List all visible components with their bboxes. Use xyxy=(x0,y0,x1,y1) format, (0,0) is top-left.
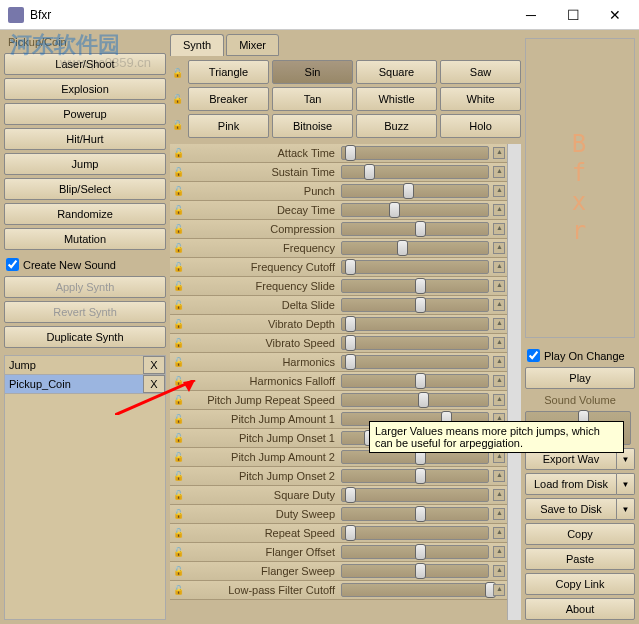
param-reset-button[interactable] xyxy=(493,508,505,520)
wave-pink[interactable]: Pink xyxy=(188,114,269,138)
param-lock-icon[interactable]: 🔓 xyxy=(170,297,186,313)
paste-button[interactable]: Paste xyxy=(525,548,635,570)
param-reset-button[interactable] xyxy=(493,565,505,577)
param-lock-icon[interactable]: 🔓 xyxy=(170,449,186,465)
preset-powerup[interactable]: Powerup xyxy=(4,103,166,125)
param-slider[interactable] xyxy=(341,222,489,236)
wave-lock-icon[interactable]: 🔓 xyxy=(172,94,183,104)
param-lock-icon[interactable]: 🔓 xyxy=(170,202,186,218)
param-lock-icon[interactable]: 🔓 xyxy=(170,544,186,560)
param-slider[interactable] xyxy=(341,203,489,217)
load-dropdown[interactable]: ▼ xyxy=(617,473,635,495)
param-slider[interactable] xyxy=(341,488,489,502)
param-lock-icon[interactable]: 🔓 xyxy=(170,316,186,332)
param-reset-button[interactable] xyxy=(493,584,505,596)
param-lock-icon[interactable]: 🔓 xyxy=(170,487,186,503)
param-reset-button[interactable] xyxy=(493,299,505,311)
close-button[interactable]: ✕ xyxy=(603,3,627,27)
tab-mixer[interactable]: Mixer xyxy=(226,34,279,56)
param-lock-icon[interactable]: 🔓 xyxy=(170,259,186,275)
param-slider[interactable] xyxy=(341,184,489,198)
param-lock-icon[interactable]: 🔓 xyxy=(170,392,186,408)
wave-whistle[interactable]: Whistle xyxy=(356,87,437,111)
save-button[interactable]: Save to Disk xyxy=(525,498,617,520)
play-button[interactable]: Play xyxy=(525,367,635,389)
param-reset-button[interactable] xyxy=(493,356,505,368)
param-slider[interactable] xyxy=(341,260,489,274)
apply-synth-button[interactable]: Apply Synth xyxy=(4,276,166,298)
wave-lock-icon[interactable]: 🔓 xyxy=(172,120,183,130)
param-lock-icon[interactable]: 🔓 xyxy=(170,354,186,370)
revert-synth-button[interactable]: Revert Synth xyxy=(4,301,166,323)
param-reset-button[interactable] xyxy=(493,223,505,235)
tab-synth[interactable]: Synth xyxy=(170,34,224,56)
wave-bitnoise[interactable]: Bitnoise xyxy=(272,114,353,138)
param-reset-button[interactable] xyxy=(493,375,505,387)
create-new-sound-checkbox[interactable] xyxy=(6,258,19,271)
param-lock-icon[interactable]: 🔓 xyxy=(170,278,186,294)
preset-mutation[interactable]: Mutation xyxy=(4,228,166,250)
param-slider[interactable] xyxy=(341,241,489,255)
param-slider[interactable] xyxy=(341,583,489,597)
wave-white[interactable]: White xyxy=(440,87,521,111)
wave-buzz[interactable]: Buzz xyxy=(356,114,437,138)
param-slider[interactable] xyxy=(341,545,489,559)
param-reset-button[interactable] xyxy=(493,166,505,178)
param-lock-icon[interactable]: 🔓 xyxy=(170,430,186,446)
param-lock-icon[interactable]: 🔓 xyxy=(170,221,186,237)
param-lock-icon[interactable]: 🔓 xyxy=(170,506,186,522)
save-dropdown[interactable]: ▼ xyxy=(617,498,635,520)
preset-jump[interactable]: Jump xyxy=(4,153,166,175)
preset-laser-shoot[interactable]: Laser/Shoot xyxy=(4,53,166,75)
param-reset-button[interactable] xyxy=(493,185,505,197)
param-lock-icon[interactable]: 🔓 xyxy=(170,335,186,351)
param-reset-button[interactable] xyxy=(493,242,505,254)
param-lock-icon[interactable]: 🔓 xyxy=(170,164,186,180)
param-slider[interactable] xyxy=(341,393,489,407)
duplicate-synth-button[interactable]: Duplicate Synth xyxy=(4,326,166,348)
param-reset-button[interactable] xyxy=(493,394,505,406)
param-slider[interactable] xyxy=(341,355,489,369)
param-reset-button[interactable] xyxy=(493,147,505,159)
preset-explosion[interactable]: Explosion xyxy=(4,78,166,100)
param-slider[interactable] xyxy=(341,564,489,578)
param-lock-icon[interactable]: 🔓 xyxy=(170,373,186,389)
wave-square[interactable]: Square xyxy=(356,60,437,84)
preset-blip-select[interactable]: Blip/Select xyxy=(4,178,166,200)
param-lock-icon[interactable]: 🔓 xyxy=(170,145,186,161)
param-reset-button[interactable] xyxy=(493,470,505,482)
param-lock-icon[interactable]: 🔓 xyxy=(170,240,186,256)
param-slider[interactable] xyxy=(341,469,489,483)
play-on-change-checkbox[interactable] xyxy=(527,349,540,362)
param-slider[interactable] xyxy=(341,298,489,312)
param-reset-button[interactable] xyxy=(493,261,505,273)
wave-breaker[interactable]: Breaker xyxy=(188,87,269,111)
wave-saw[interactable]: Saw xyxy=(440,60,521,84)
param-slider[interactable] xyxy=(341,279,489,293)
param-slider[interactable] xyxy=(341,374,489,388)
about-button[interactable]: About xyxy=(525,598,635,620)
params-scrollbar[interactable] xyxy=(507,144,521,620)
wave-lock-icon[interactable]: 🔓 xyxy=(172,68,183,78)
param-slider[interactable] xyxy=(341,526,489,540)
param-reset-button[interactable] xyxy=(493,489,505,501)
param-slider[interactable] xyxy=(341,507,489,521)
wave-sin[interactable]: Sin xyxy=(272,60,353,84)
param-reset-button[interactable] xyxy=(493,204,505,216)
param-lock-icon[interactable]: 🔓 xyxy=(170,525,186,541)
param-lock-icon[interactable]: 🔓 xyxy=(170,563,186,579)
copy-link-button[interactable]: Copy Link xyxy=(525,573,635,595)
param-lock-icon[interactable]: 🔓 xyxy=(170,582,186,598)
param-reset-button[interactable] xyxy=(493,546,505,558)
delete-sound-button[interactable]: X xyxy=(143,375,165,393)
minimize-button[interactable]: ─ xyxy=(519,3,543,27)
copy-button[interactable]: Copy xyxy=(525,523,635,545)
param-reset-button[interactable] xyxy=(493,280,505,292)
param-reset-button[interactable] xyxy=(493,318,505,330)
param-slider[interactable] xyxy=(341,336,489,350)
wave-triangle[interactable]: Triangle xyxy=(188,60,269,84)
preset-randomize[interactable]: Randomize xyxy=(4,203,166,225)
param-lock-icon[interactable]: 🔓 xyxy=(170,411,186,427)
wave-holo[interactable]: Holo xyxy=(440,114,521,138)
param-slider[interactable] xyxy=(341,317,489,331)
